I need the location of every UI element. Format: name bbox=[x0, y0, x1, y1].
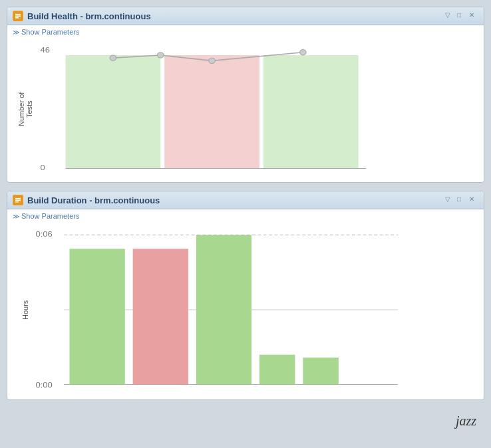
panel1-chart-content: 46 0 bbox=[34, 43, 477, 175]
dot-4 bbox=[300, 50, 307, 55]
panel1-y-axis-label: Number ofTests bbox=[14, 43, 34, 175]
bar-duration-5 bbox=[303, 358, 339, 385]
panel1-title: Build Health - brm.continuous bbox=[27, 11, 151, 21]
bar-duration-3 bbox=[196, 235, 251, 385]
svg-text:0:00: 0:00 bbox=[35, 380, 53, 389]
svg-rect-1 bbox=[15, 14, 21, 15]
dot-2 bbox=[158, 53, 164, 58]
svg-rect-8 bbox=[15, 198, 21, 199]
panel2-y-axis-label: Hours bbox=[14, 227, 34, 393]
build-duration-panel: Build Duration - brm.continuous ▽ □ ✕ Sh… bbox=[7, 191, 484, 400]
bar-duration-2 bbox=[133, 249, 188, 384]
minimize-icon-2[interactable]: ▽ bbox=[445, 195, 454, 205]
bar-1 bbox=[66, 55, 161, 169]
dot-1 bbox=[110, 55, 116, 60]
svg-text:0: 0 bbox=[41, 163, 45, 171]
build-icon-1 bbox=[13, 11, 23, 21]
panel2-header: Build Duration - brm.continuous ▽ □ ✕ bbox=[7, 191, 484, 209]
line-chart: Number ofTests 46 0 bbox=[14, 43, 477, 175]
bar-2 bbox=[164, 55, 259, 169]
bar-chart-svg: 0:06 0:00 bbox=[34, 227, 477, 393]
panel1-header-left: Build Health - brm.continuous bbox=[13, 11, 151, 21]
bar-chart: Hours 0:06 0:00 bbox=[14, 227, 477, 393]
panel2-header-left: Build Duration - brm.continuous bbox=[13, 195, 160, 205]
panel2-title: Build Duration - brm.continuous bbox=[27, 195, 160, 205]
svg-rect-10 bbox=[15, 201, 19, 203]
show-parameters-1[interactable]: Show Parameters bbox=[7, 25, 484, 37]
svg-text:0:06: 0:06 bbox=[35, 229, 53, 238]
close-icon-2[interactable]: ✕ bbox=[469, 195, 478, 205]
maximize-icon-2[interactable]: □ bbox=[457, 195, 466, 205]
show-parameters-2[interactable]: Show Parameters bbox=[7, 209, 484, 221]
build-icon-2 bbox=[13, 195, 23, 205]
panel1-header: Build Health - brm.continuous ▽ □ ✕ bbox=[7, 7, 484, 25]
svg-rect-9 bbox=[15, 200, 21, 201]
close-icon-1[interactable]: ✕ bbox=[469, 11, 478, 21]
panel2-chart-area: Hours 0:06 0:00 bbox=[7, 221, 484, 399]
svg-rect-2 bbox=[15, 16, 21, 17]
panel2-chart-content: 0:06 0:00 bbox=[34, 227, 477, 393]
footer: jazz bbox=[7, 408, 484, 434]
line-chart-svg: 46 0 bbox=[34, 43, 477, 175]
bar-duration-1 bbox=[70, 249, 125, 384]
bar-duration-4 bbox=[259, 355, 295, 385]
panel1-chart-area: Number ofTests 46 0 bbox=[7, 37, 484, 182]
maximize-icon-1[interactable]: □ bbox=[457, 11, 466, 21]
bar-3 bbox=[263, 55, 359, 169]
svg-rect-3 bbox=[15, 17, 19, 19]
panel1-window-controls: ▽ □ ✕ bbox=[445, 11, 478, 21]
dot-3 bbox=[209, 58, 216, 63]
jazz-logo: jazz bbox=[456, 413, 476, 428]
panel2-window-controls: ▽ □ ✕ bbox=[445, 195, 478, 205]
minimize-icon-1[interactable]: ▽ bbox=[445, 11, 454, 21]
build-health-panel: Build Health - brm.continuous ▽ □ ✕ Show… bbox=[7, 7, 484, 183]
svg-text:46: 46 bbox=[41, 45, 51, 54]
